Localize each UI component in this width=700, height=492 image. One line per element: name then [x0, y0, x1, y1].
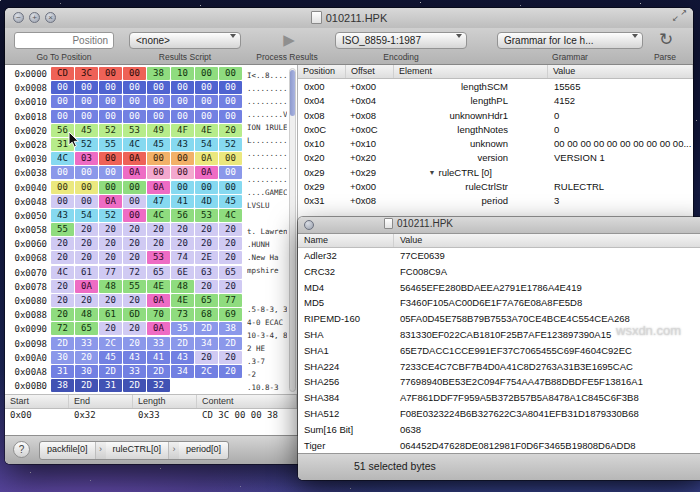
result-row[interactable]: 0x31+0x08period3 [298, 194, 693, 208]
hex-byte[interactable]: 73 [171, 308, 194, 321]
hex-byte[interactable]: 00 [195, 67, 218, 80]
hex-byte[interactable]: 4C [51, 266, 74, 279]
hex-byte[interactable]: 00 [195, 181, 218, 194]
hex-byte[interactable]: 00 [99, 81, 122, 94]
ascii-column[interactable]: I<..8...................................… [247, 69, 287, 394]
hex-byte[interactable]: 2D [195, 322, 218, 335]
hex-byte[interactable]: 00 [171, 166, 194, 179]
hex-byte[interactable]: 4C [147, 209, 170, 222]
hex-byte[interactable]: 4D [195, 195, 218, 208]
hex-byte[interactable]: 31 [51, 365, 74, 378]
hex-byte[interactable]: 20 [51, 280, 74, 293]
disclosure-triangle-icon[interactable]: ▼ [429, 169, 436, 176]
hex-editor-panel[interactable]: 0x0000CD3C0000381000000x0008000000000000… [9, 67, 249, 394]
hex-byte[interactable]: 20 [51, 308, 74, 321]
hex-byte[interactable]: 4C [219, 209, 242, 222]
hex-byte[interactable]: 45 [99, 351, 122, 364]
hex-byte[interactable]: 20 [171, 237, 194, 250]
hex-byte[interactable]: 52 [99, 209, 122, 222]
hex-byte[interactable]: 20 [219, 124, 242, 137]
hex-byte[interactable]: 20 [75, 351, 98, 364]
hex-byte[interactable]: 35 [171, 322, 194, 335]
hex-byte[interactable]: 38 [147, 67, 170, 80]
hex-byte[interactable]: 20 [123, 322, 146, 335]
hex-byte[interactable]: 65 [75, 322, 98, 335]
hex-byte[interactable]: 20 [123, 237, 146, 250]
checksum-row[interactable]: SHA165E7DACC1CCE991EF37C7065455C69F4604C… [298, 343, 700, 359]
hex-byte[interactable]: 10 [171, 67, 194, 80]
hex-byte[interactable]: 4C [123, 138, 146, 151]
hex-byte[interactable]: 69 [219, 308, 242, 321]
hex-byte[interactable]: 00 [147, 152, 170, 165]
hex-byte[interactable]: 20 [75, 237, 98, 250]
hex-byte[interactable] [171, 379, 194, 392]
hex-byte[interactable]: 00 [51, 95, 74, 108]
hex-byte[interactable]: 4E [147, 280, 170, 293]
hex-byte[interactable]: 31 [99, 379, 122, 392]
result-row[interactable]: 0x00+0x00lengthSCM15565 [298, 80, 693, 94]
hex-byte[interactable]: 52 [219, 138, 242, 151]
hex-byte[interactable]: 20 [123, 337, 146, 350]
hex-byte[interactable]: 20 [99, 223, 122, 236]
parse-button[interactable]: ↻ [655, 29, 677, 50]
help-button[interactable]: ? [13, 441, 30, 458]
hex-byte[interactable]: 77 [99, 266, 122, 279]
hex-byte[interactable]: 48 [75, 308, 98, 321]
hex-byte[interactable]: 20 [99, 322, 122, 335]
hex-byte[interactable]: 45 [147, 138, 170, 151]
grammar-dropdown[interactable]: Grammar for Ice h... [497, 32, 643, 49]
hex-byte[interactable]: 20 [195, 237, 218, 250]
hex-byte[interactable]: 41 [171, 195, 194, 208]
hex-byte[interactable]: 34 [171, 365, 194, 378]
hex-byte[interactable]: 20 [99, 294, 122, 307]
hex-byte[interactable]: 0A [195, 152, 218, 165]
scrollbar-thumb[interactable] [290, 70, 295, 116]
hex-byte[interactable]: 00 [147, 81, 170, 94]
hex-byte[interactable]: 00 [75, 195, 98, 208]
hex-byte[interactable]: 00 [51, 110, 74, 123]
hex-byte[interactable]: 0A [195, 166, 218, 179]
hex-byte[interactable]: 00 [51, 166, 74, 179]
result-row[interactable]: 0x20+0x20versionVERSION 1 [298, 151, 693, 165]
hex-byte[interactable]: 00 [171, 181, 194, 194]
hex-byte[interactable]: 2D [75, 379, 98, 392]
hex-byte[interactable]: 6D [123, 308, 146, 321]
hex-byte[interactable]: 65 [195, 294, 218, 307]
hex-byte[interactable]: 61 [99, 308, 122, 321]
hex-byte[interactable]: 33 [147, 337, 170, 350]
checksum-row[interactable]: Tiger064452D47628DE0812981F0D6F3465B1980… [298, 438, 700, 453]
hex-byte[interactable]: 20 [51, 294, 74, 307]
checksum-row[interactable]: CRC32FC008C9A [298, 264, 700, 280]
hex-byte[interactable]: 68 [195, 308, 218, 321]
hex-byte[interactable]: 20 [147, 237, 170, 250]
result-row[interactable]: 0x29+0x00ruleCtrlStrRULECTRL [298, 180, 693, 194]
checksum-row[interactable]: MD456465EFE280BDAEEA2791E1786A4E419 [298, 280, 700, 296]
hex-byte[interactable]: 2D [219, 337, 242, 350]
hex-byte[interactable]: 72 [123, 266, 146, 279]
hex-byte[interactable]: 4E [195, 124, 218, 137]
hex-byte[interactable]: 2D [171, 337, 194, 350]
hex-byte[interactable]: 00 [171, 152, 194, 165]
hex-byte[interactable]: 20 [195, 351, 218, 364]
hex-byte[interactable]: 33 [75, 337, 98, 350]
hex-byte[interactable]: 00 [219, 166, 242, 179]
fullscreen-icon[interactable]: ↗↙ [673, 10, 687, 24]
hex-byte[interactable]: 20 [219, 280, 242, 293]
hex-byte[interactable]: 2D [99, 365, 122, 378]
hex-byte[interactable]: 20 [219, 223, 242, 236]
hex-byte[interactable]: 20 [75, 294, 98, 307]
hex-byte[interactable]: 00 [147, 166, 170, 179]
hex-byte[interactable]: 4E [171, 294, 194, 307]
hex-byte[interactable]: 74 [171, 251, 194, 264]
hex-byte[interactable]: 00 [99, 110, 122, 123]
breadcrumb-item[interactable]: period[0] [179, 442, 228, 459]
hex-byte[interactable]: 2D [147, 365, 170, 378]
hex-byte[interactable]: 38 [51, 379, 74, 392]
result-row[interactable]: 0x08+0x08unknownHdr10 [298, 109, 693, 123]
checksum-row[interactable]: SHA384A7F861DDF7F959A5B372B57B5A8478A1C8… [298, 390, 700, 406]
close-button[interactable] [304, 220, 314, 230]
selection-table-row[interactable]: 0x000x320x33CD 3C 00 00 38 [5, 408, 297, 422]
hex-byte[interactable]: 48 [171, 280, 194, 293]
hex-byte[interactable]: 20 [123, 223, 146, 236]
hex-byte[interactable]: 0A [75, 280, 98, 293]
